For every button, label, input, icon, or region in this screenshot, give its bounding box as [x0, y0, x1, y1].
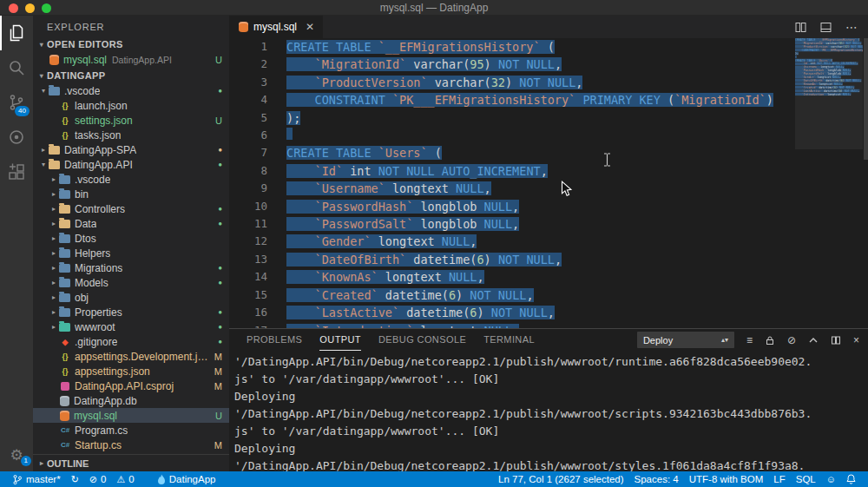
tree-item-vscode[interactable]: ▸.vscode — [33, 172, 229, 187]
panel-tab-output[interactable]: OUTPUT — [319, 329, 361, 351]
minimize-window-button[interactable] — [25, 3, 35, 13]
open-editors-header[interactable]: ▾ OPEN EDITORS — [33, 36, 229, 52]
tree-item-datingapp-api-csproj[interactable]: DatingApp.API.csprojM — [33, 378, 229, 393]
status-sync[interactable]: ↻ — [66, 471, 84, 487]
status-language-mode[interactable]: SQL — [791, 471, 821, 487]
tree-item-controllers[interactable]: ▸Controllers● — [33, 201, 229, 216]
tree-item-properties[interactable]: ▸Properties● — [33, 305, 229, 319]
outline-section-header[interactable]: ▸ OUTLINE — [33, 454, 229, 471]
clear-output-icon[interactable]: ⊘ — [787, 334, 796, 346]
code-line[interactable]: 11 `PasswordSalt` longblob NULL, — [229, 215, 868, 233]
code-line[interactable]: 10 `PasswordHash` longblob NULL, — [229, 198, 868, 215]
status-text: master* — [26, 474, 61, 484]
tree-item-appsettings-json[interactable]: {}appsettings.jsonM — [33, 364, 229, 378]
code-line[interactable]: 3 `ProductVersion` varchar(32) NOT NULL, — [229, 74, 868, 91]
status-indentation[interactable]: Spaces: 4 — [629, 471, 684, 487]
tree-item-tasks-json[interactable]: {}tasks.json — [33, 128, 229, 142]
chevron-down-icon: ▾ — [38, 87, 49, 95]
code-line[interactable]: 14 `KnownAs` longtext NULL, — [229, 268, 868, 286]
open-editor-item[interactable]: mysql.sql DatingApp.API U — [33, 52, 229, 68]
lock-icon[interactable] — [765, 335, 775, 346]
status-datingapp-task[interactable]: DatingApp — [152, 471, 221, 487]
status-feedback[interactable]: ☺ — [821, 471, 841, 487]
editor-scrollbar[interactable] — [864, 38, 868, 328]
code-line[interactable]: 9 `Username` longtext NULL, — [229, 180, 868, 197]
folder-icon — [59, 279, 70, 287]
open-log-icon[interactable]: ≡ — [746, 334, 753, 346]
status-git-branch[interactable]: master* — [7, 471, 66, 487]
code-line[interactable]: 16 `LastActive` datetime(6) NOT NULL, — [229, 304, 868, 321]
tree-item-datingapp-api[interactable]: ▾DatingApp.API● — [33, 157, 229, 172]
tree-item-bin[interactable]: ▸bin — [33, 187, 229, 201]
split-editor-icon[interactable] — [795, 22, 806, 33]
tree-item-data[interactable]: ▸Data● — [33, 216, 229, 231]
close-tab-icon[interactable]: ✕ — [306, 21, 314, 33]
csproj-file-icon — [61, 382, 69, 391]
maximize-panel-icon[interactable] — [808, 335, 819, 346]
code-line[interactable]: 6 — [229, 127, 868, 144]
code-line[interactable]: 4 CONSTRAINT `PK___EFMigrationsHistory` … — [229, 91, 868, 109]
explorer-icon[interactable] — [0, 16, 33, 50]
tree-item-wwwroot[interactable]: ▸wwwroot● — [33, 319, 229, 334]
panel-tab-terminal[interactable]: TERMINAL — [483, 329, 535, 351]
source-control-icon[interactable]: 40 — [0, 85, 33, 120]
tree-item-obj[interactable]: ▸obj — [33, 290, 229, 305]
tab-mysql-sql[interactable]: mysql.sql ✕ — [229, 16, 323, 38]
tree-item-datingapp-spa[interactable]: ▸DatingApp-SPA● — [33, 142, 229, 157]
panel-tab-debug-console[interactable]: DEBUG CONSOLE — [378, 329, 466, 351]
search-icon[interactable] — [0, 50, 33, 85]
tree-item-datingapp-db[interactable]: DatingApp.db — [33, 393, 229, 408]
status-warnings[interactable]: ⚠0 — [111, 471, 139, 487]
git-status-badge: M — [214, 381, 222, 392]
minimap-slider[interactable] — [795, 38, 863, 149]
code-line[interactable]: 8 `Id` int NOT NULL AUTO_INCREMENT, — [229, 162, 868, 180]
code-line[interactable]: 1CREATE TABLE `__EFMigrationsHistory` ( — [229, 38, 868, 56]
status-cursor-position[interactable]: Ln 77, Col 1 (2627 selected) — [493, 471, 628, 487]
status-errors[interactable]: ⊘0 — [84, 471, 112, 487]
code-line[interactable]: 5); — [229, 109, 868, 127]
window-controls[interactable] — [9, 3, 51, 13]
tree-item-startup-cs[interactable]: C#Startup.csM — [33, 438, 229, 452]
tree-item-gitignore[interactable]: ◆.gitignore● — [33, 334, 229, 349]
tree-item-dtos[interactable]: ▸Dtos — [33, 231, 229, 246]
code-line[interactable]: 15 `Created` datetime(6) NOT NULL, — [229, 286, 868, 304]
minimap[interactable]: CREATE TABLE `__EFMigrationsHistory` ( `… — [795, 38, 863, 328]
tree-item-vscode[interactable]: ▾.vscode● — [33, 83, 229, 98]
gear-icon[interactable]: ⚙1 — [0, 442, 33, 468]
tree-item-settings-json[interactable]: {}settings.jsonU — [33, 113, 229, 128]
output-channel-select[interactable]: Deploy ▴▾ — [637, 332, 734, 348]
code-line[interactable]: 17 `Introduction` longtext NULL, — [229, 322, 868, 329]
code-line[interactable]: 2 `MigrationId` varchar(95) NOT NULL, — [229, 56, 868, 73]
line-number: 8 — [229, 162, 267, 180]
activity-badge: 40 — [15, 106, 30, 116]
tree-item-program-cs[interactable]: C#Program.cs — [33, 423, 229, 438]
tree-item-helpers[interactable]: ▸Helpers — [33, 246, 229, 260]
tree-item-mysql-sql[interactable]: mysql.sqlU — [33, 408, 229, 423]
database-file-icon — [60, 396, 69, 406]
close-window-button[interactable] — [9, 3, 18, 13]
panel-tab-problems[interactable]: PROBLEMS — [247, 329, 302, 351]
tree-item-migrations[interactable]: ▸Migrations● — [33, 260, 229, 275]
code-line[interactable]: 12 `Gender` longtext NULL, — [229, 233, 868, 250]
code-line[interactable]: 7CREATE TABLE `Users` ( — [229, 144, 868, 161]
extensions-icon[interactable] — [0, 155, 33, 189]
status-encoding[interactable]: UTF-8 with BOM — [684, 471, 769, 487]
close-panel-icon[interactable]: × — [853, 334, 859, 346]
selection-highlight: `Created` datetime(6) NOT NULL, — [286, 288, 534, 302]
status-eol[interactable]: LF — [768, 471, 790, 487]
layout-icon[interactable] — [820, 22, 832, 33]
tree-item-launch-json[interactable]: {}launch.json — [33, 98, 229, 113]
code-line[interactable]: 13 `DateOfBirth` datetime(6) NOT NULL, — [229, 251, 868, 268]
debug-icon[interactable] — [0, 120, 33, 155]
project-section-header[interactable]: ▾ DATINGAPP — [33, 68, 229, 83]
tree-item-models[interactable]: ▸Models● — [33, 275, 229, 290]
tree-item-appsettings-development-json[interactable]: {}appsettings.Development.jsonM — [33, 349, 229, 364]
explorer-sidebar: EXPLORER ▾ OPEN EDITORS mysql.sql Dating… — [33, 16, 229, 471]
status-notifications[interactable] — [841, 471, 861, 487]
chevron-right-icon: ▸ — [49, 249, 59, 257]
more-actions-icon[interactable]: ⋯ — [845, 20, 858, 34]
zoom-window-button[interactable] — [42, 3, 51, 13]
panel-header: PROBLEMSOUTPUTDEBUG CONSOLETERMINAL Depl… — [229, 329, 868, 351]
code-editor[interactable]: 1CREATE TABLE `__EFMigrationsHistory` (2… — [229, 38, 868, 328]
split-panel-icon[interactable] — [831, 335, 841, 346]
